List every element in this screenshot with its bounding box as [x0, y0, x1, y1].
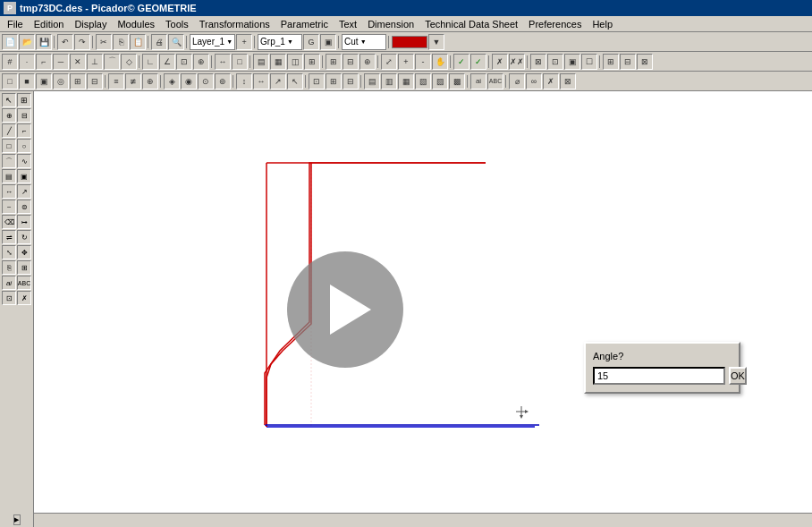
measure[interactable]: ↔ [215, 54, 231, 70]
line-tool[interactable]: ╱ [2, 123, 16, 138]
r4[interactable]: ◎ [53, 73, 69, 89]
menu-technical-data-sheet[interactable]: Technical Data Sheet [419, 18, 523, 30]
pline-tool[interactable]: ⌐ [17, 123, 31, 138]
view-fit[interactable]: ⤢ [381, 54, 397, 70]
menu-transformations[interactable]: Transformations [194, 18, 275, 30]
menu-edition[interactable]: Edition [29, 18, 70, 30]
text-tool[interactable]: ai [2, 276, 16, 290]
snap-grid[interactable]: # [2, 54, 18, 70]
r30[interactable]: ∞ [526, 73, 542, 89]
dim-tool[interactable]: ↔ [2, 184, 16, 199]
fill-tool[interactable]: ▣ [17, 169, 31, 183]
t2[interactable]: ▦ [270, 54, 286, 70]
t9[interactable]: ⊞ [603, 54, 619, 70]
r2[interactable]: ■ [19, 73, 35, 89]
menu-display[interactable]: Display [69, 18, 112, 30]
layer-add[interactable]: + [236, 34, 252, 50]
arc-tool[interactable]: ⌒ [2, 154, 16, 168]
r14[interactable]: ↕ [236, 73, 252, 89]
r18[interactable]: ⊡ [309, 73, 325, 89]
grid-on[interactable]: ⊞ [326, 54, 342, 70]
angle-input[interactable] [593, 367, 725, 385]
zoom-ext[interactable]: ⊟ [17, 108, 31, 123]
offset-tool[interactable]: ⊜ [17, 200, 31, 214]
menu-file[interactable]: File [2, 18, 29, 30]
array-tool[interactable]: ⊞ [17, 260, 31, 275]
circle-tool[interactable]: ○ [17, 139, 31, 153]
axis[interactable]: ⊕ [359, 54, 376, 70]
r26[interactable]: ▩ [449, 73, 465, 89]
r17[interactable]: ↖ [287, 73, 303, 89]
copy-tool[interactable]: ⎘ [2, 260, 16, 275]
r28[interactable]: ABC [487, 73, 503, 89]
block-insert[interactable]: ⊡ [2, 291, 16, 305]
save-btn[interactable]: 💾 [36, 34, 52, 50]
color-arrow[interactable]: ▼ [428, 34, 444, 50]
check-err[interactable]: ✓ [470, 54, 486, 70]
snap-pt[interactable]: · [19, 54, 35, 70]
snap-int[interactable]: ✕ [70, 54, 86, 70]
grp-icon[interactable]: G [303, 34, 319, 50]
paste-btn[interactable]: 📋 [130, 34, 146, 50]
r11[interactable]: ◉ [181, 73, 197, 89]
move-tool[interactable]: ✥ [17, 245, 31, 259]
r12[interactable]: ⊙ [198, 73, 214, 89]
r29[interactable]: ⌀ [509, 73, 525, 89]
snap-tan[interactable]: ⌒ [104, 54, 120, 70]
r13[interactable]: ⊚ [215, 73, 231, 89]
t5[interactable]: ⊠ [530, 54, 546, 70]
r25[interactable]: ▨ [432, 73, 448, 89]
rect-tool[interactable]: □ [2, 139, 16, 153]
t10[interactable]: ⊟ [620, 54, 636, 70]
rotate-tool[interactable]: ↻ [17, 230, 31, 244]
zoom-btn[interactable]: 🔍 [168, 34, 184, 50]
r10[interactable]: ◈ [164, 73, 180, 89]
menu-preferences[interactable]: Preferences [523, 18, 587, 30]
r6[interactable]: ⊟ [87, 73, 103, 89]
canvas-area[interactable]: Angle? OK [34, 91, 812, 527]
r20[interactable]: ⊟ [343, 73, 359, 89]
r7[interactable]: ≡ [108, 73, 124, 89]
r27[interactable]: ai [470, 73, 486, 89]
hatch-tool[interactable]: ▤ [2, 169, 16, 183]
view-zoom-out[interactable]: - [415, 54, 431, 70]
play-button[interactable] [287, 251, 403, 368]
r5[interactable]: ⊞ [70, 73, 86, 89]
grp-dropdown[interactable]: Grp_1 [258, 34, 302, 50]
mtext-tool[interactable]: ABC [17, 276, 31, 290]
layer-dropdown[interactable]: Layer_1 [190, 34, 235, 50]
snap-quad[interactable]: ◇ [121, 54, 137, 70]
t3[interactable]: ◫ [287, 54, 303, 70]
menu-text[interactable]: Text [334, 18, 362, 30]
r24[interactable]: ▧ [415, 73, 431, 89]
r19[interactable]: ⊞ [326, 73, 342, 89]
dialog-ok-button[interactable]: OK [729, 367, 747, 385]
t11[interactable]: ⊠ [637, 54, 653, 70]
r21[interactable]: ▤ [364, 73, 380, 89]
polar[interactable]: ∠ [159, 54, 175, 70]
cut-dropdown[interactable]: Cut [342, 34, 386, 50]
area[interactable]: □ [232, 54, 248, 70]
copy-btn[interactable]: ⎘ [113, 34, 129, 50]
print-btn[interactable]: 🖨 [151, 34, 167, 50]
ruler[interactable]: ⊟ [343, 54, 359, 70]
r32[interactable]: ⊠ [560, 73, 576, 89]
r1[interactable]: □ [2, 73, 18, 89]
menu-modules[interactable]: Modules [112, 18, 160, 30]
color-swatch[interactable] [392, 36, 427, 48]
select-arrow[interactable]: ↖ [2, 93, 16, 107]
snap-mid[interactable]: ─ [53, 54, 69, 70]
snap-end[interactable]: ⌐ [36, 54, 52, 70]
spline-tool[interactable]: ~ [2, 200, 16, 214]
toolbar-expand[interactable]: ▶ [13, 514, 21, 525]
mirror-tool[interactable]: ⇌ [2, 230, 16, 244]
undo-btn[interactable]: ↶ [57, 34, 73, 50]
t6[interactable]: ⊡ [547, 54, 563, 70]
otrack[interactable]: ⊕ [193, 54, 209, 70]
bezier-tool[interactable]: ∿ [17, 154, 31, 168]
r3[interactable]: ▣ [36, 73, 52, 89]
grp-icon2[interactable]: ▣ [320, 34, 336, 50]
t8[interactable]: ☐ [581, 54, 597, 70]
menu-help[interactable]: Help [587, 18, 618, 30]
cut-btn[interactable]: ✂ [96, 34, 112, 50]
